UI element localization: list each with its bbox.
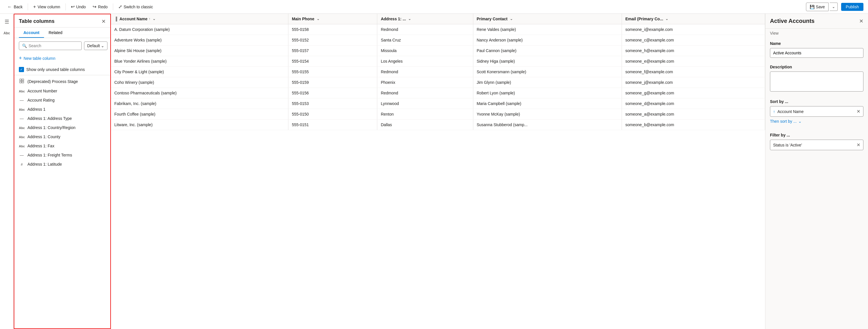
- search-icon: 🔍: [22, 44, 27, 48]
- table-cell: Phoenix: [377, 77, 473, 88]
- panel-close-button[interactable]: ✕: [101, 19, 106, 24]
- list-item[interactable]: AbcAddress 1: Country/Region: [14, 123, 110, 132]
- table-cell: someone_b@example.com: [622, 119, 765, 130]
- props-description-section: Description: [765, 61, 868, 96]
- table-row[interactable]: Fabrikam, Inc. (sample)555-0153LynnwoodM…: [111, 99, 765, 109]
- grid-column-header[interactable]: Primary Contact ⌄: [473, 14, 622, 24]
- list-item[interactable]: AbcAddress 1: [14, 105, 110, 114]
- filter-icon: ⌄: [510, 17, 513, 21]
- search-input[interactable]: [29, 44, 79, 48]
- table-cell: someone_g@example.com: [622, 88, 765, 99]
- filter-clear-icon: ✕: [857, 142, 860, 147]
- grid-column-header[interactable]: ▐Account Name ↑ ⌄: [111, 14, 288, 24]
- grid-scroll[interactable]: ▐Account Name ↑ ⌄Main Phone ⌄Address 1: …: [111, 14, 765, 329]
- column-type-icon: Abc: [19, 144, 25, 148]
- new-table-column-button[interactable]: + New table column: [19, 54, 56, 63]
- table-cell: Scott Konersmann (sample): [473, 67, 622, 77]
- hamburger-button[interactable]: ☰: [1, 16, 12, 27]
- switch-to-classic-button[interactable]: ⤢ Switch to classic: [116, 2, 156, 11]
- switch-label: Switch to classic: [124, 5, 153, 9]
- redo-icon: ↪: [93, 4, 96, 9]
- list-item[interactable]: AbcAccount Number: [14, 86, 110, 95]
- tab-related[interactable]: Related: [44, 27, 67, 38]
- grid-column-header[interactable]: Email (Primary Co... ⌄: [622, 14, 765, 24]
- then-sort-button[interactable]: Then sort by ... ⌄: [770, 117, 802, 126]
- save-button[interactable]: 💾 Save: [806, 3, 829, 11]
- close-icon: ✕: [101, 19, 106, 24]
- redo-button[interactable]: ↪ Redo: [90, 2, 110, 11]
- sort-clear-icon: ✕: [857, 109, 860, 114]
- default-dropdown[interactable]: Default ⌄: [84, 42, 107, 50]
- save-dropdown-button[interactable]: ⌄: [830, 3, 838, 11]
- filter-clear-button[interactable]: ✕: [857, 142, 860, 147]
- props-sort-section: Sort by ... ↑ Account Name ✕ Then sort b…: [765, 96, 868, 129]
- show-unused-row[interactable]: ✓ Show only unused table columns: [14, 65, 110, 75]
- sort-clear-button[interactable]: ✕: [857, 109, 860, 114]
- properties-panel: Active Accounts ✕ View Name Description …: [765, 14, 868, 329]
- table-cell: Fourth Coffee (sample): [111, 109, 288, 119]
- table-cell: someone_j@example.com: [622, 77, 765, 88]
- table-cell: Missoula: [377, 46, 473, 56]
- props-description-input[interactable]: [770, 72, 863, 91]
- abc-button[interactable]: Abc: [1, 27, 12, 39]
- table-cell: Yvonne McKay (sample): [473, 109, 622, 119]
- table-row[interactable]: Fourth Coffee (sample)555-0150RentonYvon…: [111, 109, 765, 119]
- publish-button[interactable]: Publish: [841, 3, 863, 11]
- list-item[interactable]: —Address 1: Freight Terms: [14, 150, 110, 160]
- list-item[interactable]: —Account Rating: [14, 95, 110, 105]
- sort-row: ↑ Account Name ✕: [770, 106, 863, 117]
- table-row[interactable]: A. Datum Corporation (sample)555-0158Red…: [111, 24, 765, 35]
- table-columns-panel: Table columns ✕ Account Related 🔍 Defaul…: [14, 14, 111, 329]
- table-cell: Renton: [377, 109, 473, 119]
- table-row[interactable]: Coho Winery (sample)555-0159PhoenixJim G…: [111, 77, 765, 88]
- grid-column-header[interactable]: Address 1: ... ⌄: [377, 14, 473, 24]
- table-cell: 555-0150: [288, 109, 377, 119]
- hamburger-icon: ☰: [5, 19, 9, 25]
- back-label: Back: [14, 5, 23, 9]
- table-cell: Maria Campbell (sample): [473, 99, 622, 109]
- table-row[interactable]: Alpine Ski House (sample)555-0157Missoul…: [111, 46, 765, 56]
- table-cell: City Power & Light (sample): [111, 67, 288, 77]
- column-type-icon: [19, 79, 25, 84]
- props-title: Active Accounts: [770, 18, 814, 24]
- column-type-icon: —: [19, 98, 25, 103]
- grid-column-header[interactable]: Main Phone ⌄: [288, 14, 377, 24]
- column-type-icon: —: [19, 116, 25, 121]
- props-close-button[interactable]: ✕: [859, 18, 863, 24]
- column-item-label: Address 1: County: [27, 134, 106, 139]
- column-header-label: Address 1: ...: [381, 17, 406, 21]
- tab-related-label: Related: [49, 30, 62, 35]
- list-item[interactable]: #Address 1: Latitude: [14, 160, 110, 169]
- props-close-icon: ✕: [859, 18, 863, 24]
- props-name-input[interactable]: [770, 48, 863, 58]
- filter-icon: ⌄: [153, 17, 155, 21]
- grid-header: ▐Account Name ↑ ⌄Main Phone ⌄Address 1: …: [111, 14, 765, 24]
- unused-checkbox[interactable]: ✓: [19, 67, 24, 72]
- column-type-icon: #: [19, 162, 25, 166]
- view-column-button[interactable]: + View column: [30, 3, 63, 11]
- table-cell: 555-0153: [288, 99, 377, 109]
- table-cell: Adventure Works (sample): [111, 35, 288, 46]
- table-row[interactable]: Blue Yonder Airlines (sample)555-0154Los…: [111, 56, 765, 67]
- table-row[interactable]: Litware, Inc. (sample)555-0151DallasSusa…: [111, 119, 765, 130]
- panel-tabs: Account Related: [14, 27, 110, 38]
- list-item[interactable]: AbcAddress 1: Fax: [14, 141, 110, 150]
- list-item[interactable]: (Deprecated) Process Stage: [14, 76, 110, 86]
- undo-button[interactable]: ↩ Undo: [68, 2, 89, 11]
- table-row[interactable]: Contoso Pharmaceuticals (sample)555-0156…: [111, 88, 765, 99]
- list-item[interactable]: —Address 1: Address Type: [14, 114, 110, 123]
- props-header: Active Accounts ✕: [765, 14, 868, 29]
- props-filter-label: Filter by ...: [770, 133, 863, 137]
- table-cell: Litware, Inc. (sample): [111, 119, 288, 130]
- table-row[interactable]: City Power & Light (sample)555-0155Redmo…: [111, 67, 765, 77]
- save-label: Save: [816, 5, 825, 9]
- column-header-label: Primary Contact: [477, 17, 507, 21]
- tab-account[interactable]: Account: [19, 27, 44, 38]
- props-name-label: Name: [770, 41, 863, 46]
- panel-title: Table columns: [19, 18, 55, 24]
- table-row[interactable]: Adventure Works (sample)555-0152Santa Cr…: [111, 35, 765, 46]
- divider-2: [65, 3, 66, 10]
- table-cell: someone_f@example.com: [622, 67, 765, 77]
- back-button[interactable]: ← Back: [5, 3, 25, 11]
- list-item[interactable]: AbcAddress 1: County: [14, 132, 110, 141]
